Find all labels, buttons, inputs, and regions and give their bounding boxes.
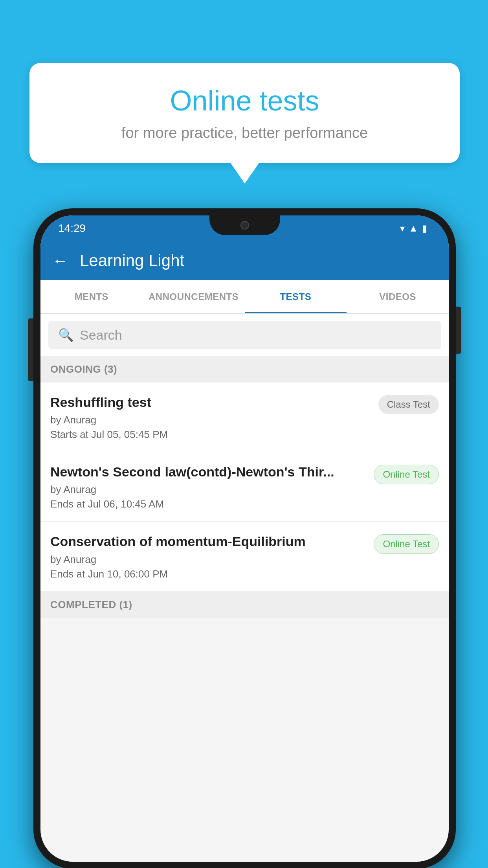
test-item-1-date: Starts at Jul 05, 05:45 PM (50, 428, 371, 441)
search-box[interactable]: 🔍 Search (48, 321, 441, 349)
phone-shell: 14:29 ▾ ▲ ▮ ← Learning Light MENTS ANNOU… (33, 208, 456, 868)
speech-bubble-title: Online tests (53, 85, 436, 117)
test-item-3-content: Conservation of momentum-Equilibrium by … (50, 533, 374, 580)
speech-bubble: Online tests for more practice, better p… (29, 63, 460, 163)
camera (240, 221, 249, 230)
test-item-2-author: by Anurag (50, 484, 366, 496)
speech-bubble-subtitle: for more practice, better performance (53, 125, 436, 142)
battery-icon: ▮ (422, 223, 427, 234)
search-container: 🔍 Search (40, 314, 449, 356)
test-item-3-badge: Online Test (374, 534, 439, 554)
test-item-1-author: by Anurag (50, 414, 371, 426)
status-time: 14:29 (58, 222, 86, 235)
test-item-1-badge: Class Test (378, 395, 439, 414)
test-item-2-badge: Online Test (374, 465, 439, 484)
ongoing-label: ONGOING (3) (50, 363, 117, 375)
search-icon: 🔍 (58, 327, 74, 342)
tabs-bar: MENTS ANNOUNCEMENTS TESTS VIDEOS (40, 280, 449, 314)
test-item-1[interactable]: Reshuffling test by Anurag Starts at Jul… (40, 383, 449, 452)
ongoing-section-header: ONGOING (3) (40, 356, 449, 383)
completed-label: COMPLETED (1) (50, 599, 132, 611)
test-item-2-date: Ends at Jul 06, 10:45 AM (50, 498, 366, 510)
signal-icon: ▲ (409, 223, 418, 234)
test-item-2-title: Newton's Second law(contd)-Newton's Thir… (50, 463, 366, 480)
tab-videos[interactable]: VIDEOS (347, 280, 449, 313)
phone-screen: 14:29 ▾ ▲ ▮ ← Learning Light MENTS ANNOU… (40, 215, 449, 862)
back-button[interactable]: ← (52, 252, 68, 270)
test-item-2[interactable]: Newton's Second law(contd)-Newton's Thir… (40, 452, 449, 522)
test-item-3-title: Conservation of momentum-Equilibrium (50, 533, 366, 550)
wifi-icon: ▾ (400, 223, 405, 234)
status-icons: ▾ ▲ ▮ (400, 223, 427, 234)
app-bar-title: Learning Light (80, 251, 184, 270)
search-input[interactable]: Search (80, 327, 122, 343)
test-item-3-date: Ends at Jun 10, 06:00 PM (50, 568, 366, 580)
test-item-3[interactable]: Conservation of momentum-Equilibrium by … (40, 522, 449, 591)
tab-ments[interactable]: MENTS (40, 280, 143, 313)
tab-tests[interactable]: TESTS (245, 280, 347, 313)
tab-announcements[interactable]: ANNOUNCEMENTS (143, 280, 245, 313)
test-item-1-content: Reshuffling test by Anurag Starts at Jul… (50, 394, 378, 441)
test-item-1-title: Reshuffling test (50, 394, 371, 411)
test-item-3-author: by Anurag (50, 554, 366, 566)
app-bar: ← Learning Light (40, 241, 449, 280)
test-item-2-content: Newton's Second law(contd)-Newton's Thir… (50, 463, 374, 510)
phone-wrapper: 14:29 ▾ ▲ ▮ ← Learning Light MENTS ANNOU… (33, 208, 456, 868)
completed-section-header: COMPLETED (1) (40, 592, 449, 618)
notch (209, 215, 280, 235)
